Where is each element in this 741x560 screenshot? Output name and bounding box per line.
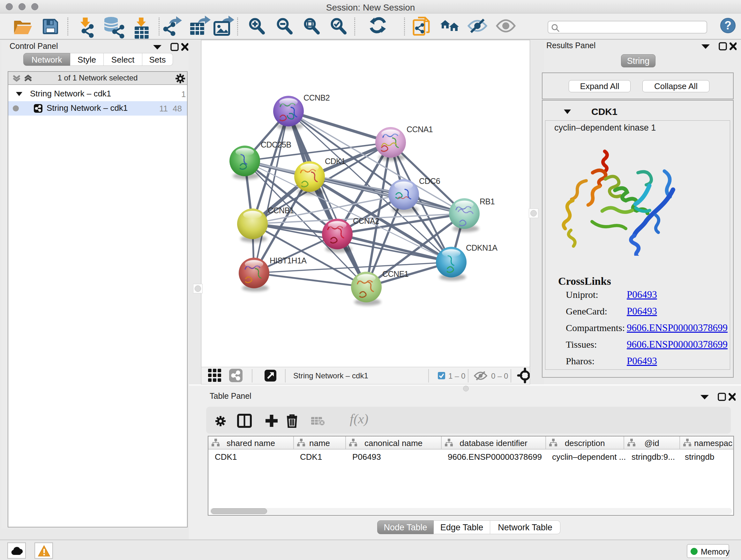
svg-text:CCNA2: CCNA2 bbox=[353, 216, 379, 226]
svg-text:CDC6: CDC6 bbox=[419, 177, 440, 186]
svg-text:CDC25B: CDC25B bbox=[261, 140, 291, 149]
svg-text:CDKN1A: CDKN1A bbox=[466, 243, 497, 252]
svg-text:?: ? bbox=[724, 19, 731, 32]
svg-text:CCNB1: CCNB1 bbox=[268, 206, 294, 215]
svg-text:CDK1: CDK1 bbox=[325, 157, 346, 166]
svg-text:CCNB2: CCNB2 bbox=[304, 93, 330, 102]
svg-text:HIST1H1A: HIST1H1A bbox=[270, 256, 307, 265]
svg-text:CCNE1: CCNE1 bbox=[382, 269, 408, 278]
svg-text:RB1: RB1 bbox=[480, 197, 495, 206]
svg-text:CCNA1: CCNA1 bbox=[407, 125, 433, 134]
